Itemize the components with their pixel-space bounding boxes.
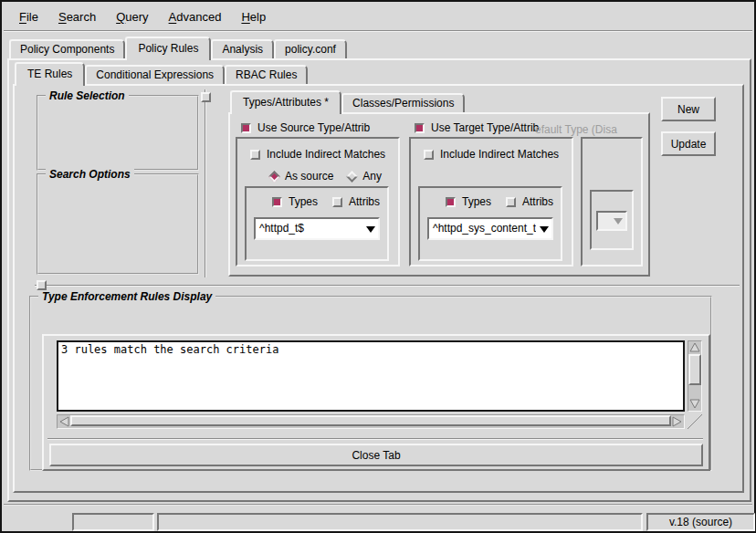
main-tab-bar: Policy ComponentsPolicy RulesAnalysispol… <box>9 36 347 58</box>
results-title: Type Enforcement Rules Display <box>38 290 215 303</box>
default-type-inner-frame <box>590 190 634 250</box>
status-version-panel: v.18 (source) <box>646 513 755 531</box>
source-types-row: Types Attribs <box>272 195 380 208</box>
source-types-frame: Types Attribs ^httpd_t$ <box>245 186 389 261</box>
target-attribs-checkbox[interactable]: Attribs <box>506 195 553 208</box>
any-radio[interactable]: Any <box>348 170 382 183</box>
target-type-value[interactable]: ^httpd_sys_content_t$ <box>429 219 536 238</box>
checkbox-indicator <box>332 197 342 207</box>
default-type-frame <box>581 137 643 266</box>
checkbox-indicator <box>506 197 516 207</box>
indirect-label: Include Indirect Matches <box>440 148 559 161</box>
scroll-left-icon[interactable] <box>58 415 70 428</box>
any-label: Any <box>362 170 382 183</box>
scrollbar-thumb[interactable] <box>70 415 671 426</box>
status-bar: v.18 (source) <box>4 504 752 529</box>
checkbox-indicator <box>415 123 425 133</box>
tab-te-rules[interactable]: TE Rules <box>15 62 85 86</box>
scroll-down-icon[interactable] <box>688 398 701 410</box>
types-label: Types <box>462 195 491 208</box>
radio-indicator <box>268 171 280 183</box>
target-types-row: Types Attribs <box>446 195 553 208</box>
tab-analysis[interactable]: Analysis <box>211 39 274 58</box>
results-vertical-scrollbar[interactable] <box>688 340 702 412</box>
indirect-label: Include Indirect Matches <box>267 148 385 161</box>
radio-indicator <box>346 171 358 183</box>
rule-selection-title: Rule Selection <box>46 89 129 102</box>
scroll-up-icon[interactable] <box>688 341 701 353</box>
menu-item-query[interactable]: Query <box>106 6 158 27</box>
resize-corner-icon <box>688 414 702 429</box>
menu-item-advanced[interactable]: Advanced <box>159 6 232 27</box>
default-type-value <box>598 213 610 229</box>
use-target-label: Use Target Type/Attrib <box>431 121 539 134</box>
tab-policy-conf[interactable]: policy.conf <box>274 39 347 58</box>
search-options-group: Search Options <box>37 173 199 275</box>
scroll-right-icon[interactable] <box>671 415 683 428</box>
new-button[interactable]: New <box>661 97 716 121</box>
source-indirect-checkbox[interactable]: Include Indirect Matches <box>250 148 385 161</box>
checkbox-indicator <box>272 197 282 207</box>
horizontal-sash-handle[interactable] <box>37 280 47 290</box>
search-options-title: Search Options <box>46 168 134 181</box>
target-indirect-checkbox[interactable]: Include Indirect Matches <box>424 148 559 161</box>
tab-policy-components[interactable]: Policy Components <box>9 39 125 58</box>
as-source-label: As source <box>285 170 333 183</box>
tab-conditional-expressions[interactable]: Conditional Expressions <box>85 65 225 84</box>
results-separator <box>47 438 703 440</box>
checkbox-indicator <box>250 150 260 160</box>
source-radio-row: As source Any <box>270 170 382 183</box>
horizontal-sash <box>35 285 740 287</box>
results-horizontal-scrollbar[interactable] <box>57 414 685 429</box>
tab-rbac-rules[interactable]: RBAC Rules <box>225 65 308 84</box>
source-frame: Include Indirect Matches As source Any T… <box>236 137 400 266</box>
menu-item-help[interactable]: Help <box>231 6 276 27</box>
tab-policy-rules[interactable]: Policy Rules <box>125 37 211 60</box>
tab-types-attributes[interactable]: Types/Attributes * <box>230 90 341 114</box>
types-label: Types <box>289 195 318 208</box>
source-type-combobox[interactable]: ^httpd_t$ <box>254 217 380 240</box>
checkbox-indicator <box>424 150 434 160</box>
target-types-frame: Types Attribs ^httpd_sys_content_t$ <box>418 186 562 261</box>
checkbox-indicator <box>446 197 456 207</box>
update-button[interactable]: Update <box>661 131 716 156</box>
target-type-combobox[interactable]: ^httpd_sys_content_t$ <box>427 217 553 240</box>
as-source-radio[interactable]: As source <box>270 170 333 183</box>
source-attribs-checkbox[interactable]: Attribs <box>332 195 380 208</box>
results-text-area[interactable]: 3 rules match the search criteria <box>57 340 685 412</box>
use-target-checkbox[interactable]: Use Target Type/Attrib <box>415 121 539 134</box>
rule-tab-bar: TE RulesConditional ExpressionsRBAC Rule… <box>15 66 308 84</box>
status-stats-panel <box>157 513 643 531</box>
target-types-checkbox[interactable]: Types <box>446 195 491 208</box>
app-window: FileSearchQueryAdvancedHelp Policy Compo… <box>0 0 756 533</box>
types-attributes-tab-bar: Types/Attributes *Classes/Permissions <box>230 93 465 112</box>
menu-separator <box>4 30 752 32</box>
scrollbar-thumb[interactable] <box>688 354 701 385</box>
checkbox-indicator <box>241 123 251 133</box>
default-type-label: efault Type (Disa <box>535 123 643 136</box>
source-types-checkbox[interactable]: Types <box>272 195 318 208</box>
vertical-sash-handle[interactable] <box>201 92 211 102</box>
rule-selection-group: Rule Selection <box>37 95 199 171</box>
vertical-sash <box>205 89 206 277</box>
target-frame: Include Indirect Matches Types Attribs ^… <box>409 137 573 266</box>
tab-classes-permissions[interactable]: Classes/Permissions <box>341 93 465 112</box>
source-type-value[interactable]: ^httpd_t$ <box>256 219 362 238</box>
attribs-label: Attribs <box>349 195 380 208</box>
dropdown-arrow-icon[interactable] <box>536 219 551 238</box>
status-empty-panel <box>72 513 154 531</box>
use-source-checkbox[interactable]: Use Source Type/Attrib <box>241 121 370 134</box>
dropdown-arrow-icon[interactable] <box>362 219 378 238</box>
menu-item-search[interactable]: Search <box>48 6 106 27</box>
menu-item-file[interactable]: File <box>9 6 48 27</box>
close-tab-button[interactable]: Close Tab <box>49 444 703 466</box>
attribs-label: Attribs <box>522 195 553 208</box>
default-type-combobox <box>596 211 627 231</box>
results-summary: 3 rules match the search criteria <box>61 343 680 357</box>
use-source-label: Use Source Type/Attrib <box>257 121 370 134</box>
menu-bar: FileSearchQueryAdvancedHelp <box>4 4 752 29</box>
dropdown-arrow-icon <box>610 213 625 229</box>
